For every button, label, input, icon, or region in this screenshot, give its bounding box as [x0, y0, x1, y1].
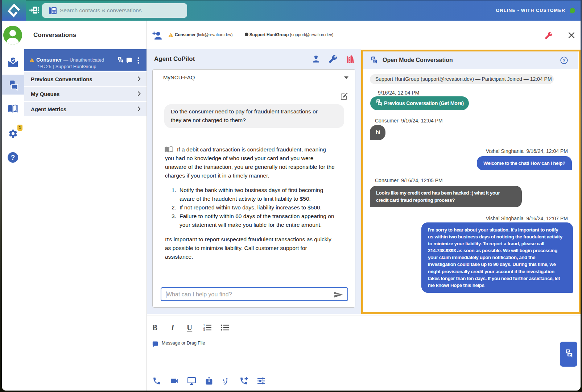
svg-text:?: ?	[563, 58, 566, 63]
svg-text:?: ?	[11, 154, 15, 161]
svg-text:3: 3	[203, 329, 205, 331]
